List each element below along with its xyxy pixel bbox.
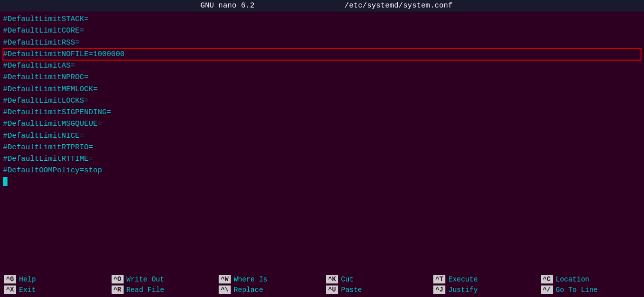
shortcut-item[interactable]: ^XExit bbox=[0, 284, 108, 295]
shortcut-label: Exit bbox=[19, 286, 36, 294]
code-line: #DefaultLimitNPROC= bbox=[3, 72, 641, 83]
code-line: #DefaultLimitLOCKS= bbox=[3, 95, 641, 107]
shortcut-item[interactable]: ^JJustify bbox=[429, 284, 537, 295]
code-line: #DefaultOOMPolicy=stop bbox=[3, 165, 641, 176]
shortcut-key: ^T bbox=[433, 275, 445, 283]
shortcut-item[interactable]: ^WWhere Is bbox=[215, 274, 322, 284]
shortcut-item[interactable]: ^\Replace bbox=[215, 284, 322, 295]
shortcut-label: Write Out bbox=[127, 275, 165, 283]
shortcut-key: ^O bbox=[112, 275, 124, 283]
shortcut-key: ^U bbox=[326, 285, 338, 294]
shortcut-label: Read File bbox=[127, 286, 165, 294]
shortcut-label: Paste bbox=[341, 286, 362, 294]
shortcut-item[interactable]: ^GHelp bbox=[0, 274, 108, 284]
shortcut-key: ^W bbox=[219, 275, 231, 283]
code-line: #DefaultLimitMEMLOCK= bbox=[3, 84, 641, 95]
shortcut-key: ^K bbox=[326, 275, 338, 283]
shortcut-item[interactable]: ^CLocation bbox=[537, 274, 645, 284]
title-bar: GNU nano 6.2 /etc/systemd/system.conf bbox=[0, 0, 644, 12]
code-line: #DefaultLimitNOFILE=1000000 bbox=[3, 49, 641, 60]
shortcut-label: Replace bbox=[234, 286, 263, 294]
shortcut-item[interactable]: ^OWrite Out bbox=[108, 274, 215, 284]
code-line: #DefaultLimitCORE= bbox=[3, 25, 641, 37]
shortcuts-bar: ^GHelp^OWrite Out^WWhere Is^KCut^TExecut… bbox=[0, 272, 644, 297]
shortcut-label: Go To Line bbox=[556, 286, 598, 294]
shortcut-key: ^J bbox=[433, 285, 445, 294]
code-line: #DefaultLimitMSGQUEUE= bbox=[3, 118, 641, 130]
code-line: #DefaultLimitSIGPENDING= bbox=[3, 107, 641, 118]
shortcut-item[interactable]: ^RRead File bbox=[108, 284, 215, 295]
code-line: #DefaultLimitRTPRIO= bbox=[3, 142, 641, 153]
shortcut-key: ^X bbox=[4, 285, 16, 294]
shortcut-key: ^/ bbox=[541, 285, 553, 294]
code-line: #DefaultLimitAS= bbox=[3, 60, 641, 72]
shortcut-item[interactable]: ^UPaste bbox=[322, 284, 430, 295]
shortcut-item[interactable]: ^KCut bbox=[322, 274, 430, 284]
shortcut-key: ^G bbox=[4, 275, 16, 283]
shortcut-label: Execute bbox=[448, 275, 478, 283]
cursor-line bbox=[3, 177, 641, 186]
shortcut-label: Justify bbox=[448, 286, 478, 294]
shortcut-label: Cut bbox=[341, 275, 354, 283]
code-line: #DefaultLimitRSS= bbox=[3, 37, 641, 49]
cursor bbox=[3, 177, 8, 186]
shortcut-key: ^C bbox=[541, 275, 553, 283]
shortcut-key: ^R bbox=[112, 285, 124, 294]
shortcut-label: Location bbox=[556, 275, 589, 283]
code-line: #DefaultLimitRTTIME= bbox=[3, 153, 641, 165]
editor-area[interactable]: #DefaultLimitSTACK=#DefaultLimitCORE=#De… bbox=[0, 12, 644, 272]
code-line: #DefaultLimitSTACK= bbox=[3, 14, 641, 25]
shortcut-item[interactable]: ^/Go To Line bbox=[537, 284, 645, 295]
shortcut-key: ^\ bbox=[219, 285, 231, 294]
shortcut-label: Where Is bbox=[234, 275, 267, 283]
shortcut-label: Help bbox=[19, 275, 36, 283]
code-line: #DefaultLimitNICE= bbox=[3, 130, 641, 142]
shortcut-item[interactable]: ^TExecute bbox=[429, 274, 537, 284]
